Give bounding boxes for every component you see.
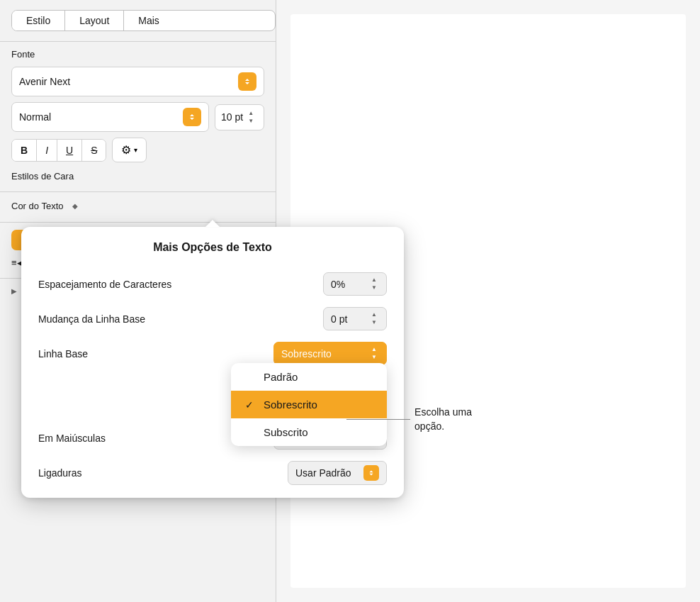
dropdown-menu: Padrão ✓ Sobrescrito Subscrito [231,363,387,446]
italic-button[interactable]: I [37,140,57,161]
tab-group: Estilo Layout Mais [11,10,276,31]
tab-layout[interactable]: Layout [65,11,124,30]
popup-baseline-change-value: 0 pt [331,313,347,325]
font-size-up[interactable]: ▲ [246,110,256,117]
popup-baseline-change-field[interactable]: 0 pt ▲ ▼ [323,307,387,330]
check-sobrescrito: ✓ [245,399,258,411]
popup-ligaduras-field[interactable]: Usar Padrão [288,461,387,485]
linha-base-up[interactable]: ▲ [369,346,379,353]
popup: Mais Opções de Texto Espacejamento de Ca… [21,227,404,498]
popup-baseline-change-stepper[interactable]: ▲ ▼ [369,311,379,326]
popup-maiusculas-label: Em Maiúsculas [38,433,106,444]
popup-spacing-value: 0% [331,279,345,290]
popup-linha-base-label: Linha Base [38,348,88,359]
fonte-label: Fonte [0,49,276,60]
text-color-row: Cor do Texto ◆ [0,199,276,212]
popup-linha-base-value: Sobrescrito [281,348,332,359]
font-name-row: Avenir Next [0,67,276,96]
chevron-down-icon: ▾ [134,146,137,154]
spacing-down[interactable]: ▼ [369,284,379,291]
text-color-stepper[interactable]: ◆ [69,199,81,212]
divider-1 [0,41,276,42]
callout-line: Escolha umaopção. [346,406,472,433]
popup-linha-base-stepper[interactable]: ▲ ▼ [369,346,379,361]
dropdown-label-sobrescrito: Sobrescrito [264,398,317,411]
popup-container: Mais Opções de Texto Espacejamento de Ca… [21,227,404,498]
dropdown-item-padrao[interactable]: Padrão [231,363,387,391]
baseline-change-down[interactable]: ▼ [369,319,379,326]
sidebar: Estilo Layout Mais Fonte Avenir Next Nor… [0,0,276,602]
popup-spacing-stepper[interactable]: ▲ ▼ [369,277,379,291]
indent-label: ≡◂ [11,257,22,268]
popup-ligaduras-value: Usar Padrão [295,467,351,479]
font-name-stepper[interactable] [238,72,256,91]
strikethrough-button[interactable]: S [82,140,106,161]
font-style-field[interactable]: Normal [11,102,209,132]
callout-line-bar [346,419,410,420]
gear-icon: ⚙ [121,143,131,157]
callout-text: Escolha umaopção. [414,406,472,433]
popup-row-linha-base: Linha Base Sobrescrito ▲ ▼ Padrão [21,336,404,371]
format-row: B I U S ⚙ ▾ [0,138,276,162]
popup-linha-base-field[interactable]: Sobrescrito ▲ ▼ [273,342,387,365]
tab-mais[interactable]: Mais [124,11,174,30]
popup-spacing-label: Espacejamento de Caracteres [38,279,171,290]
spacing-up[interactable]: ▲ [369,277,379,284]
divider-2 [0,191,276,192]
popup-row-ligaduras: Ligaduras Usar Padrão [21,455,404,491]
popup-row-spacing: Espacejamento de Caracteres 0% ▲ ▼ [21,267,404,301]
text-color-label: Cor do Texto [11,201,63,211]
font-style-stepper[interactable] [183,108,201,126]
font-size-text: 10 pt [221,111,243,123]
popup-row-baseline-change: Mudança da Linha Base 0 pt ▲ ▼ [21,301,404,336]
gear-button[interactable]: ⚙ ▾ [112,138,147,162]
underline-button[interactable]: U [57,140,82,161]
bold-button[interactable]: B [12,140,37,161]
font-style-text: Normal [19,111,51,123]
popup-caret [205,220,220,227]
dropdown-label-padrao: Padrão [264,371,298,383]
font-name-text: Avenir Next [19,76,70,87]
tab-estilo[interactable]: Estilo [12,11,65,30]
dropdown-label-subscrito: Subscrito [264,426,308,438]
font-size-down[interactable]: ▼ [246,118,256,125]
spacing-chevron[interactable]: ▶ [11,287,17,295]
divider-3 [0,222,276,223]
popup-ligaduras-label: Ligaduras [38,467,82,479]
popup-spacing-field[interactable]: 0% ▲ ▼ [323,272,387,296]
format-group: B I U S [11,139,106,162]
char-styles-label: Estilos de Cara [0,171,276,182]
popup-baseline-change-label: Mudança da Linha Base [38,313,145,325]
ligaduras-stepper[interactable] [363,465,379,481]
font-name-field[interactable]: Avenir Next [11,67,264,96]
linha-base-dropdown: Padrão ✓ Sobrescrito Subscrito [231,363,387,446]
linha-base-down[interactable]: ▼ [369,354,379,361]
baseline-change-up[interactable]: ▲ [369,311,379,318]
font-size-field[interactable]: 10 pt ▲ ▼ [215,104,264,130]
font-style-row: Normal 10 pt ▲ ▼ [0,102,276,132]
font-size-stepper[interactable]: ▲ ▼ [246,110,256,125]
popup-title: Mais Opções de Texto [21,241,404,254]
